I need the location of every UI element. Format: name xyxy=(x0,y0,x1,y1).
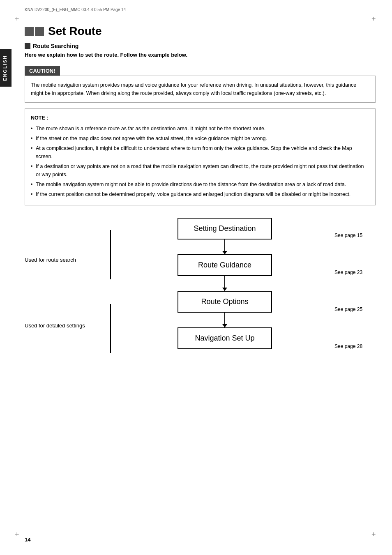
page-title: Set Route xyxy=(48,25,102,38)
english-tab: ENGLISH xyxy=(0,49,12,87)
see-page-guidance: See page 23 xyxy=(334,261,376,283)
bracket-top xyxy=(110,230,111,279)
page-title-container: Set Route xyxy=(25,25,376,38)
page-number: 14 xyxy=(25,537,30,543)
note-list-item: The route shown is a reference route as … xyxy=(31,124,369,133)
note-list-item: The mobile navigation system might not b… xyxy=(31,180,369,189)
see-page-options: See page 25 xyxy=(334,298,376,320)
title-icon-1 xyxy=(25,27,34,36)
labels-column: Used for route search Used for detailed … xyxy=(25,218,107,358)
note-title: NOTE : xyxy=(31,114,369,122)
flow-box-options: Route Options xyxy=(178,291,272,313)
subtitle-text: Here we explain how to set the route. Fo… xyxy=(25,52,376,58)
label-detailed-settings: Used for detailed settings xyxy=(25,292,107,358)
caution-label: CAUTION! xyxy=(25,66,60,76)
section-heading-text: Route Searching xyxy=(33,43,78,49)
caution-box: CAUTION! The mobile navigation system pr… xyxy=(25,66,376,103)
note-list: The route shown is a reference route as … xyxy=(31,124,369,198)
crosshair-bl xyxy=(16,532,23,539)
title-icons xyxy=(25,27,44,36)
flow-arrow-3 xyxy=(224,313,225,327)
flow-box-setup: Navigation Set Up xyxy=(178,327,272,349)
bracket-bottom xyxy=(110,304,111,353)
flow-box-destination: Setting Destination xyxy=(178,218,272,240)
flowchart-area: Used for route search Used for detailed … xyxy=(25,218,376,358)
section-heading: Route Searching xyxy=(25,43,376,49)
flow-box-guidance: Route Guidance xyxy=(178,254,272,276)
crosshair-tl xyxy=(16,16,23,23)
flow-arrow-1 xyxy=(224,240,225,254)
boxes-column: Setting Destination Route Guidance Route… xyxy=(115,218,334,349)
see-page-setup: See page 28 xyxy=(334,335,376,357)
crosshair-tr xyxy=(373,16,380,23)
note-list-item: If a destination or way points are not o… xyxy=(31,162,369,179)
note-list-item: If the street on the map disc does not a… xyxy=(31,134,369,143)
crosshair-br xyxy=(373,532,380,539)
note-list-item: At a complicated junction, it might be d… xyxy=(31,144,369,161)
note-box: NOTE : The route shown is a reference ro… xyxy=(25,108,376,205)
see-page-destination: See page 15 xyxy=(334,224,376,246)
note-list-item: If the current position cannot be determ… xyxy=(31,190,369,198)
see-page-column: See page 15 See page 23 See page 25 See … xyxy=(334,218,376,357)
main-content: Set Route Route Searching Here we explai… xyxy=(25,0,376,358)
section-heading-icon xyxy=(25,43,30,49)
flow-arrow-2 xyxy=(224,276,225,291)
title-icon-2 xyxy=(35,27,44,36)
caution-content: The mobile navigation system provides ma… xyxy=(25,76,376,103)
page-container: KNA-DV2200_(E)_ENG_MMC 03.4.8 0:55 PM Pa… xyxy=(0,0,392,555)
header-meta: KNA-DV2200_(E)_ENG_MMC 03.4.8 0:55 PM Pa… xyxy=(25,7,126,12)
label-route-search: Used for route search xyxy=(25,227,107,292)
